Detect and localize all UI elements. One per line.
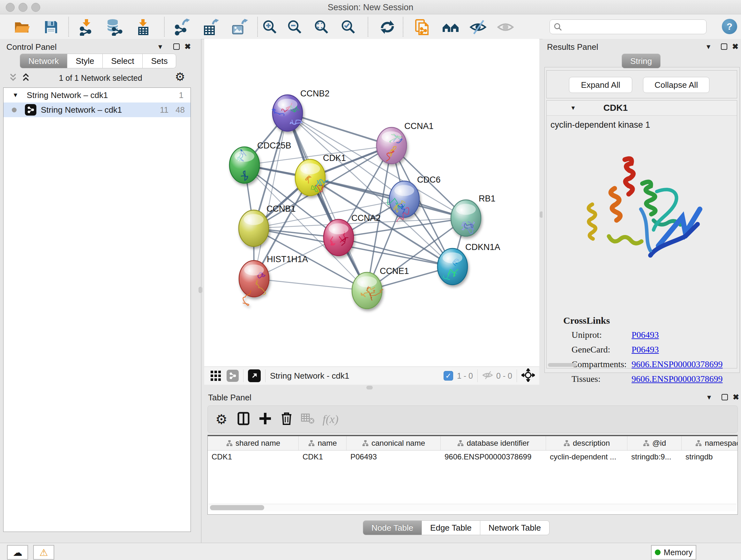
zoom-fit-icon[interactable]: [313, 18, 331, 36]
results-hscroll-thumb[interactable]: [548, 363, 577, 367]
network-node-CDC6[interactable]: [388, 181, 419, 222]
table-settings-gear-icon[interactable]: ⚙: [215, 412, 227, 427]
zoom-selected-icon[interactable]: [340, 18, 357, 36]
import-network-file-icon[interactable]: [77, 18, 95, 36]
zoom-in-icon[interactable]: [261, 18, 279, 36]
tab-network[interactable]: Network: [20, 54, 67, 68]
network-node-CDK1[interactable]: [295, 159, 328, 196]
network-node-CDC25B[interactable]: [229, 147, 259, 183]
panel-menu-icon[interactable]: ▾: [707, 393, 711, 401]
crosslink-link[interactable]: 9606.ENSP00000378699: [631, 359, 723, 374]
column-type-icon: [362, 440, 369, 447]
open-file-icon[interactable]: [13, 18, 30, 36]
show-columns-icon[interactable]: [237, 412, 250, 427]
panel-close-icon[interactable]: ✖: [185, 43, 191, 51]
pan-tool-icon[interactable]: [522, 368, 535, 383]
node-label-RB1: RB1: [479, 194, 495, 203]
home-networks-icon[interactable]: [442, 18, 460, 36]
delete-column-icon[interactable]: [280, 412, 293, 427]
table-hscrollbar[interactable]: [209, 504, 737, 511]
network-node-CCNB1[interactable]: [239, 210, 269, 246]
grid-view-icon[interactable]: [210, 369, 221, 382]
hide-unhide-icon[interactable]: [469, 18, 487, 36]
tree-expander-icon[interactable]: ▼: [12, 91, 18, 99]
panel-close-icon[interactable]: ✖: [732, 43, 738, 51]
tab-select[interactable]: Select: [103, 54, 143, 68]
crosslink-row: Compartments:9606.ENSP00000378699: [571, 359, 734, 374]
network-node-CCNA1[interactable]: [377, 127, 407, 164]
network-options-gear-icon[interactable]: ⚙: [175, 70, 185, 84]
column-header-namespace[interactable]: namespace: [682, 436, 738, 450]
network-node-CDKN1A[interactable]: [437, 248, 468, 285]
crosslink-link[interactable]: P06493: [631, 330, 659, 345]
add-column-icon[interactable]: [259, 412, 272, 426]
search-input[interactable]: [565, 22, 700, 32]
network-selected-status: 1 of 1 Network selected: [0, 73, 201, 83]
panel-menu-icon[interactable]: ▾: [158, 43, 162, 51]
network-row-selected[interactable]: String Network – cdk1 11 48: [3, 103, 191, 117]
collapse-all-button[interactable]: Collapse All: [643, 77, 710, 93]
tab-sets[interactable]: Sets: [143, 54, 176, 68]
results-panel: Results Panel ▾ ✖ String Expand All Coll…: [542, 39, 741, 374]
network-edge[interactable]: [310, 178, 466, 218]
network-node-RB1[interactable]: [451, 200, 481, 236]
column-header-@id[interactable]: @id: [627, 436, 682, 450]
splitter-handle[interactable]: [199, 287, 202, 293]
table-body: CDK1CDK1P064939606.ENSP00000378699cyclin…: [208, 450, 738, 463]
status-bar: ☁ ⚠ Memory: [0, 543, 741, 560]
crosslink-link[interactable]: P06493: [631, 345, 659, 359]
splitter-handle[interactable]: [366, 386, 373, 389]
clone-network-icon[interactable]: [413, 18, 431, 36]
network-edge-count: 48: [176, 105, 185, 115]
network-canvas[interactable]: CCNB2CCNA1CDC25BCDK1CDC6RB1CCNB1CCNA2CDK…: [204, 39, 539, 367]
cloud-status-button[interactable]: ☁: [7, 545, 28, 560]
save-session-icon[interactable]: [42, 18, 60, 36]
table-cell: CDK1: [208, 452, 299, 461]
tab-node-table[interactable]: Node Table: [363, 520, 422, 535]
help-button[interactable]: ?: [722, 19, 737, 34]
network-node-HIST1H1A[interactable]: [239, 260, 269, 306]
panel-menu-icon[interactable]: ▾: [706, 43, 711, 51]
birds-eye-view-icon[interactable]: [248, 369, 261, 382]
refresh-layout-icon[interactable]: [379, 18, 396, 36]
network-edge[interactable]: [254, 279, 367, 291]
network-node-CCNE1[interactable]: [352, 272, 383, 309]
search-field[interactable]: [549, 19, 706, 34]
column-header-canonical-name[interactable]: canonical name: [347, 436, 441, 450]
memory-button[interactable]: Memory: [651, 545, 696, 560]
network-view-type-icon[interactable]: [226, 370, 239, 382]
panel-float-icon[interactable]: [721, 44, 727, 50]
panel-float-icon[interactable]: [722, 394, 728, 400]
panel-close-icon[interactable]: ✖: [733, 393, 739, 401]
node-details-header[interactable]: ▼ CDK1: [547, 101, 737, 116]
toolbar-separator: [403, 17, 403, 37]
tab-network-table[interactable]: Network Table: [480, 520, 549, 535]
network-node-CCNB2[interactable]: [273, 95, 302, 131]
export-network-icon[interactable]: [173, 18, 191, 36]
export-image-icon[interactable]: [230, 18, 248, 36]
zoom-out-icon[interactable]: [286, 18, 304, 36]
table-hscroll-thumb[interactable]: [210, 505, 264, 510]
panel-float-icon[interactable]: [173, 44, 180, 50]
selected-checkbox[interactable]: ✓: [444, 371, 453, 381]
tab-style[interactable]: Style: [67, 54, 103, 68]
export-table-icon[interactable]: [202, 18, 219, 36]
crosslink-link[interactable]: 9606.ENSP00000378699: [631, 374, 723, 388]
network-node-CCNA2[interactable]: [324, 219, 354, 256]
collapse-entry-icon[interactable]: ▼: [570, 105, 576, 111]
import-network-database-icon[interactable]: [105, 18, 123, 36]
tab-edge-table[interactable]: Edge Table: [422, 520, 480, 535]
tab-string[interactable]: String: [622, 54, 661, 68]
import-table-icon[interactable]: [134, 18, 152, 36]
column-header-database-identifier[interactable]: database identifier: [441, 436, 546, 450]
table-row[interactable]: CDK1CDK1P064939606.ENSP00000378699cyclin…: [208, 450, 738, 463]
column-header-description[interactable]: description: [546, 436, 627, 450]
network-edge[interactable]: [287, 113, 392, 145]
expand-all-button[interactable]: Expand All: [569, 77, 632, 93]
column-header-shared-name[interactable]: shared name: [208, 436, 299, 450]
network-collection-row[interactable]: ▼ String Network – cdk1 1: [3, 88, 191, 103]
node-label-CCNB2: CCNB2: [300, 89, 330, 98]
column-header-name[interactable]: name: [299, 436, 347, 450]
network-edge[interactable]: [254, 113, 287, 279]
warnings-button[interactable]: ⚠: [33, 545, 54, 560]
